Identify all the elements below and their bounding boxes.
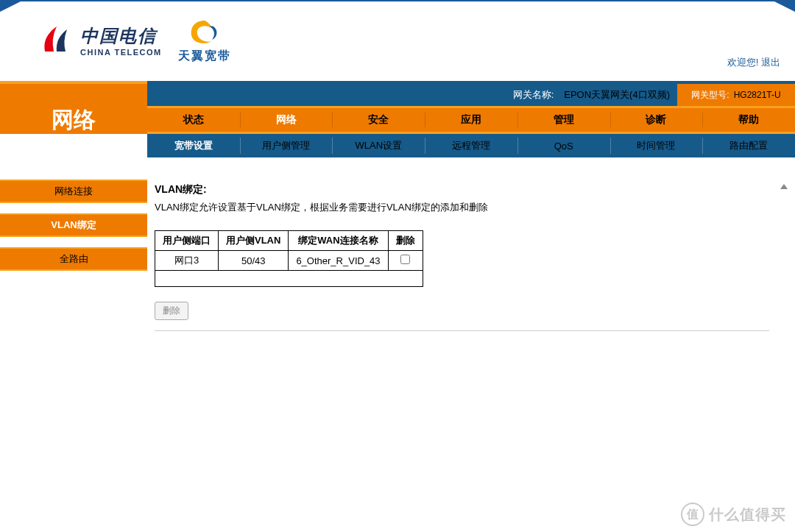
logo-broadband: 天翼宽带	[178, 18, 231, 64]
table-cell: 网口3	[155, 251, 219, 271]
table-empty-row	[155, 271, 423, 287]
welcome-text: 欢迎您!	[727, 57, 759, 68]
logo-en-text: CHINA TELECOM	[80, 48, 162, 57]
table-header-0: 用户侧端口	[155, 231, 219, 251]
nav-item-0[interactable]: 状态	[147, 108, 240, 132]
subnav-item-5[interactable]: 时间管理	[610, 134, 703, 157]
welcome-bar: 欢迎您! 退出	[727, 56, 780, 69]
logout-link[interactable]: 退出	[761, 57, 780, 68]
sidebar-item-0[interactable]: 网络连接	[0, 180, 147, 203]
gateway-name-label: 网关名称:	[513, 88, 554, 102]
broadband-swirl-icon	[187, 18, 222, 46]
telecom-logo-icon	[40, 22, 71, 59]
delete-button[interactable]: 删除	[155, 302, 188, 320]
gateway-model-value: HG2821T-U	[734, 90, 781, 100]
main-nav: 网络 状态网络安全应用管理诊断帮助	[0, 106, 795, 134]
banner-row: 网关名称: EPON天翼网关(4口双频) 网关型号: HG2821T-U	[0, 81, 795, 106]
vlan-bind-table: 用户侧端口用户侧VLAN绑定WAN连接名称删除 网口350/436_Other_…	[155, 230, 423, 287]
gateway-name-value: EPON天翼网关(4口双频)	[564, 88, 670, 102]
watermark-badge-icon: 值	[681, 503, 704, 526]
content-panel: VLAN绑定: VLAN绑定允许设置基于VLAN绑定，根据业务需要进行VLAN绑…	[147, 157, 795, 338]
subnav-item-4[interactable]: QoS	[517, 134, 610, 157]
gateway-model-label: 网关型号:	[691, 89, 729, 102]
header: 中国电信 CHINA TELECOM 天翼宽带 欢迎您! 退出	[0, 0, 795, 81]
logo-china-telecom: 中国电信 CHINA TELECOM	[40, 22, 162, 59]
table-header-1: 用户侧VLAN	[219, 231, 289, 251]
subnav-item-2[interactable]: WLAN设置	[332, 134, 425, 157]
nav-item-6[interactable]: 帮助	[702, 108, 795, 132]
subnav-item-1[interactable]: 用户侧管理	[240, 134, 333, 157]
sidebar-item-2[interactable]: 全路由	[0, 247, 147, 271]
watermark: 值 什么值得买	[681, 503, 786, 526]
logo-cn-text: 中国电信	[80, 24, 162, 48]
nav-item-1[interactable]: 网络	[240, 108, 333, 132]
nav-item-3[interactable]: 应用	[425, 108, 517, 132]
subnav-item-6[interactable]: 路由配置	[702, 134, 795, 157]
content-desc: VLAN绑定允许设置基于VLAN绑定，根据业务需要进行VLAN绑定的添加和删除	[155, 201, 782, 214]
gateway-model: 网关型号: HG2821T-U	[677, 84, 795, 106]
content-title: VLAN绑定:	[155, 183, 782, 196]
table-header-2: 绑定WAN连接名称	[289, 231, 388, 251]
nav-item-5[interactable]: 诊断	[610, 108, 703, 132]
scroll-up-icon[interactable]	[780, 184, 788, 189]
subnav-item-3[interactable]: 远程管理	[425, 134, 517, 157]
sub-nav: 宽带设置用户侧管理WLAN设置远程管理QoS时间管理路由配置	[0, 134, 795, 157]
watermark-text: 什么值得买	[709, 505, 786, 525]
broadband-label: 天翼宽带	[178, 49, 231, 64]
nav-item-2[interactable]: 安全	[332, 108, 425, 132]
sidebar-item-1[interactable]: VLAN绑定	[0, 213, 147, 237]
section-title: 网络	[0, 108, 147, 132]
table-cell: 50/43	[219, 251, 289, 271]
table-cell: 6_Other_R_VID_43	[289, 251, 388, 271]
gateway-name: 网关名称: EPON天翼网关(4口双频)	[513, 84, 670, 106]
content-divider	[155, 330, 769, 331]
sidebar: 网络连接VLAN绑定全路由	[0, 157, 147, 281]
table-header-3: 删除	[388, 231, 423, 251]
delete-checkbox[interactable]	[400, 255, 410, 264]
table-row: 网口350/436_Other_R_VID_43	[155, 251, 423, 271]
nav-item-4[interactable]: 管理	[517, 108, 610, 132]
subnav-item-0[interactable]: 宽带设置	[147, 134, 240, 157]
